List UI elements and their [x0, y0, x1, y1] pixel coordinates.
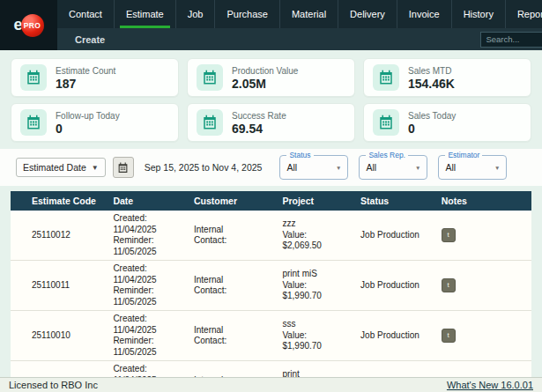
- estimates-grid: Estimate Code Date Customer Project Stat…: [11, 191, 531, 392]
- main-nav: Contact Estimate Job Purchase Material D…: [57, 0, 542, 28]
- status-filter-label: Status: [286, 151, 313, 159]
- date-cell: Created: 11/04/2025 Reminder: 11/05/2025: [104, 261, 185, 311]
- estimator-filter[interactable]: Estimator All ▼: [438, 155, 507, 180]
- status-cell: Job Production: [352, 261, 433, 311]
- calendar-icon: [20, 109, 47, 136]
- calendar-icon: [197, 64, 223, 91]
- logo-area: e PRO: [0, 0, 57, 50]
- nav-item-job[interactable]: Job: [175, 0, 215, 28]
- project-cell: print miS Value: $1,990.70: [273, 261, 352, 311]
- calendar-icon: [20, 64, 47, 91]
- col-date[interactable]: Date: [104, 191, 185, 211]
- dropdown-arrow-icon: ▼: [415, 165, 420, 171]
- date-field-value: Estimated Date: [23, 162, 86, 173]
- date-cell: Created: 11/04/2025 Reminder: 11/05/2025: [104, 211, 185, 261]
- kpi-label: Follow-up Today: [56, 110, 120, 122]
- sub-nav: Create: [57, 28, 542, 50]
- dropdown-arrow-icon: ▼: [494, 165, 500, 171]
- kpi-label: Estimate Count: [56, 65, 115, 77]
- col-notes[interactable]: Notes: [433, 191, 531, 211]
- project-cell: sss Value: $1,990.70: [273, 311, 352, 361]
- kpi-value: 154.46K: [408, 77, 455, 91]
- kpi-value: 69.54: [232, 122, 286, 136]
- sales-rep-filter-label: Sales Rep.: [366, 151, 408, 159]
- kpi-value: 187: [56, 77, 115, 91]
- nav-item-history[interactable]: History: [451, 0, 505, 28]
- status-bar: Licensed to RBO Inc What's New 16.0.01: [0, 377, 542, 392]
- status-filter[interactable]: Status All ▼: [279, 155, 348, 180]
- notes-cell: t: [433, 261, 531, 311]
- app-logo[interactable]: e PRO: [13, 14, 43, 37]
- table-row[interactable]: 25110010 Created: 11/04/2025 Reminder: 1…: [11, 311, 531, 361]
- date-range-text: Sep 15, 2025 to Nov 4, 2025: [145, 162, 263, 173]
- customer-cell: Internal Contact:: [185, 211, 273, 261]
- calendar-icon: [197, 109, 223, 136]
- kpi-label: Success Rate: [232, 110, 286, 122]
- estimator-filter-label: Estimator: [445, 151, 482, 159]
- logo-pro-badge: PRO: [21, 14, 44, 37]
- sales-rep-filter[interactable]: Sales Rep. All ▼: [359, 155, 427, 180]
- nav-item-delivery[interactable]: Delivery: [338, 0, 397, 28]
- nav-item-purchase[interactable]: Purchase: [214, 0, 278, 28]
- kpi-label: Sales Today: [408, 110, 456, 122]
- status-filter-value: All: [286, 162, 297, 173]
- note-button[interactable]: t: [442, 278, 456, 292]
- whats-new-link[interactable]: What's New 16.0.01: [447, 380, 533, 390]
- notes-cell: t: [433, 311, 531, 361]
- kpi-card-sales-today: Sales Today 0: [363, 103, 531, 142]
- note-button[interactable]: t: [442, 228, 456, 242]
- notes-cell: t: [433, 211, 531, 261]
- kpi-value: 0: [408, 122, 456, 136]
- filter-bar: Estimated Date ▼ Sep 15, 2025 to Nov 4, …: [0, 149, 542, 186]
- nav-item-contact[interactable]: Contact: [57, 0, 114, 28]
- chevron-down-icon: ▼: [92, 164, 99, 172]
- kpi-card-followup-today: Follow-up Today 0: [11, 103, 179, 142]
- table-row[interactable]: 25110011 Created: 11/04/2025 Reminder: 1…: [11, 261, 531, 311]
- estimate-code-cell[interactable]: 25110010: [11, 311, 104, 361]
- dropdown-arrow-icon: ▼: [336, 165, 341, 171]
- project-cell: zzz Value: $2,069.50: [273, 211, 352, 261]
- search-box: [480, 32, 542, 48]
- estimates-table-body: 25110012 Created: 11/04/2025 Reminder: 1…: [11, 211, 531, 392]
- kpi-card-sales-mtd: Sales MTD 154.46K: [363, 58, 531, 97]
- main-content: Estimate Count 187 Production Value 2.05…: [0, 50, 542, 392]
- date-picker-button[interactable]: [113, 157, 134, 178]
- date-cell: Created: 11/04/2025 Reminder: 11/05/2025: [104, 311, 185, 361]
- customer-cell: Internal Contact:: [185, 261, 273, 311]
- nav-item-invoice[interactable]: Invoice: [397, 0, 451, 28]
- create-menu-item[interactable]: Create: [57, 34, 105, 45]
- kpi-value: 0: [56, 122, 120, 136]
- search-input[interactable]: [486, 34, 542, 44]
- license-text: Licensed to RBO Inc: [9, 380, 98, 390]
- status-cell: Job Production: [352, 311, 433, 361]
- calendar-icon: [117, 162, 129, 174]
- calendar-icon: [373, 109, 399, 136]
- table-row[interactable]: 25110012 Created: 11/04/2025 Reminder: 1…: [11, 211, 531, 261]
- col-project[interactable]: Project: [273, 191, 352, 211]
- col-status[interactable]: Status: [352, 191, 433, 211]
- calendar-icon: [373, 64, 399, 91]
- kpi-card-production-value: Production Value 2.05M: [187, 58, 355, 97]
- kpi-card-success-rate: Success Rate 69.54: [187, 103, 355, 142]
- estimator-filter-value: All: [445, 162, 456, 173]
- nav-item-material[interactable]: Material: [279, 0, 338, 28]
- estimate-code-cell[interactable]: 25110011: [11, 261, 104, 311]
- customer-cell: Internal Contact:: [185, 311, 273, 361]
- col-customer[interactable]: Customer: [185, 191, 273, 211]
- col-estimate-code[interactable]: Estimate Code: [11, 191, 104, 211]
- nav-item-report[interactable]: Report: [505, 0, 542, 28]
- top-chrome: e PRO Contact Estimate Job Purchase Mate…: [0, 0, 542, 50]
- kpi-label: Sales MTD: [408, 65, 455, 77]
- kpi-value: 2.05M: [232, 77, 298, 91]
- sales-rep-filter-value: All: [366, 162, 376, 173]
- date-field-select[interactable]: Estimated Date ▼: [16, 158, 106, 177]
- estimate-code-cell[interactable]: 25110012: [11, 211, 104, 261]
- table-header-row: Estimate Code Date Customer Project Stat…: [11, 191, 531, 211]
- kpi-cards: Estimate Count 187 Production Value 2.05…: [11, 58, 531, 142]
- nav-item-estimate[interactable]: Estimate: [114, 0, 175, 28]
- kpi-card-estimate-count: Estimate Count 187: [11, 58, 179, 97]
- note-button[interactable]: t: [442, 329, 456, 343]
- status-cell: Job Production: [352, 211, 433, 261]
- kpi-label: Production Value: [232, 65, 298, 77]
